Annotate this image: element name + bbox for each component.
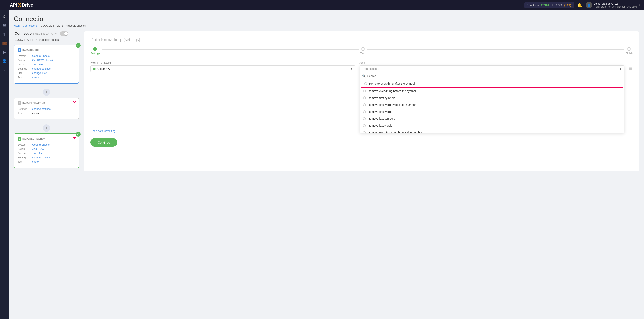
box2-settings[interactable]: change settings: [32, 107, 51, 110]
box1-system[interactable]: Google Sheets: [32, 54, 50, 58]
box3-system[interactable]: Google Sheets: [32, 143, 50, 146]
dropdown-items-list: Remove everything after the symbol Remov…: [360, 80, 624, 133]
dropdown-item-2[interactable]: Remove first symbols: [360, 94, 624, 102]
box1-access[interactable]: Tina User: [32, 63, 44, 66]
radio-icon-7: [363, 131, 366, 133]
plan-info: Plan | Start | left until payment 359 da…: [594, 5, 637, 8]
box1-action[interactable]: Get ROWS (new): [32, 59, 53, 62]
dropdown-item-label-7: Remove word from end by position number: [368, 131, 422, 133]
sidebar-item-home[interactable]: ⌂: [1, 12, 8, 20]
sidebar-item-projects[interactable]: 💼: [1, 40, 8, 47]
sidebar-item-billing[interactable]: $: [1, 30, 8, 38]
field-label: Field for formatting: [90, 61, 356, 64]
delete-formatting-button[interactable]: 🗑: [73, 100, 76, 104]
page-title: Connection: [14, 15, 639, 22]
sidebar-item-help[interactable]: ?: [1, 66, 8, 74]
field-select-icon: ⬤: [93, 68, 96, 70]
data-source-box: ✓ 1 DATA SOURCE SystemGoogle Sheets Acti…: [14, 44, 79, 84]
check-badge-1: ✓: [76, 43, 81, 48]
main-content: Connection Main / Connections / GOOGLE S…: [9, 10, 644, 319]
dropdown-item-7[interactable]: Remove word from end by position number: [360, 129, 624, 133]
action-header[interactable]: - not selected - ▲: [360, 66, 624, 72]
radio-icon-0: [364, 82, 367, 85]
dropdown-item-label-2: Remove first symbols: [368, 96, 395, 100]
box1-test[interactable]: check: [32, 76, 39, 79]
box2-num: 2: [18, 101, 21, 105]
sidebar-item-videos[interactable]: ▶: [1, 48, 8, 56]
dropdown-item-1[interactable]: Remove everything before the symbol: [360, 88, 624, 94]
dropdown-item-label-0: Remove everything after the symbol: [369, 82, 415, 85]
wizard-line-2: [367, 49, 624, 50]
data-destination-box: ✓ 🗑 3 DATA DESTINATION SystemGoogle Shee…: [14, 133, 79, 168]
sidebar-item-connections[interactable]: ⊞: [1, 22, 8, 29]
connection-title: Connection: [15, 32, 34, 36]
username: demo_apix-drive_s2: [594, 2, 637, 5]
settings-icon[interactable]: ⚙: [55, 32, 58, 35]
wizard-step-label-settings: Settings: [90, 52, 100, 55]
delete-col: 🗑: [628, 61, 632, 71]
user-menu[interactable]: 👤 demo_apix-drive_s2 Plan | Start | left…: [586, 2, 641, 8]
radio-icon-3: [363, 104, 366, 106]
search-input[interactable]: [367, 74, 622, 78]
radio-icon-6: [363, 124, 366, 127]
add-step-button-1[interactable]: +: [43, 88, 50, 96]
dropdown-item-0[interactable]: Remove everything after the symbol: [360, 80, 624, 88]
radio-icon-2: [363, 96, 366, 99]
box3-test[interactable]: check: [32, 160, 39, 163]
box1-filter[interactable]: change filter: [32, 72, 47, 74]
action-chevron-up-icon[interactable]: ▲: [619, 67, 622, 70]
hamburger-icon[interactable]: ☰: [3, 3, 6, 7]
box1-settings[interactable]: change settings: [32, 67, 51, 70]
box2-test: check: [32, 112, 39, 114]
sidebar-item-profile[interactable]: 👤: [1, 58, 8, 65]
radio-icon-1: [363, 90, 366, 92]
wizard-line-1: [102, 49, 359, 50]
box3-settings[interactable]: change settings: [32, 156, 51, 159]
box1-title: 1 DATA SOURCE: [18, 48, 75, 52]
dropdown-item-label-6: Remove last words: [368, 124, 392, 127]
wizard-step-label-finish: Finish: [626, 52, 632, 55]
box3-num: 3: [18, 137, 21, 141]
actions-separator: of: [551, 4, 553, 7]
sidebar: ⌂ ⊞ $ 💼 ▶ 👤 ?: [0, 10, 9, 319]
actions-pct: (50%): [564, 4, 571, 7]
dropdown-item-4[interactable]: Remove first words: [360, 108, 624, 115]
dropdown-item-label-3: Remove first word by position number: [368, 103, 416, 106]
box2-title: 2 DATA FORMATTING: [18, 101, 75, 105]
field-chevron-icon: ▼: [350, 68, 353, 70]
chevron-down-icon: ▼: [638, 4, 641, 6]
dropdown-item-3[interactable]: Remove first word by position number: [360, 102, 624, 108]
connection-id: (ID: 38910): [36, 32, 50, 35]
right-panel: Data formatting (settings) Settings Test: [84, 31, 639, 172]
dropdown-item-label-4: Remove first words: [368, 110, 392, 114]
dropdown-item-6[interactable]: Remove last words: [360, 122, 624, 129]
breadcrumb: Main / Connections / GOOGLE SHEETS -> (g…: [14, 24, 639, 27]
box3-access[interactable]: Tina User: [32, 152, 44, 155]
bell-icon[interactable]: 🔔: [577, 3, 582, 8]
box1-num: 1: [18, 48, 21, 52]
breadcrumb-connections[interactable]: Connections: [23, 24, 38, 27]
connection-toggle[interactable]: [60, 31, 68, 36]
dropdown-search-area: 🔍: [360, 72, 624, 80]
brand-logo: APIXDrive: [10, 2, 33, 8]
field-select[interactable]: ⬤ Column A ▼: [90, 65, 356, 72]
dropdown-item-5[interactable]: Remove last symbols: [360, 115, 624, 122]
add-step-button-2[interactable]: +: [43, 124, 50, 132]
wizard-step-finish: Finish: [626, 47, 632, 55]
connection-sub: GOOGLE SHEETS -> (google sheets): [14, 38, 79, 41]
delete-destination-button[interactable]: 🗑: [73, 136, 76, 140]
wizard-steps: Settings Test Finish: [90, 47, 632, 55]
breadcrumb-main[interactable]: Main: [14, 24, 20, 27]
continue-button[interactable]: Continue: [90, 138, 117, 146]
dropdown-item-label-1: Remove everything before the symbol: [368, 89, 416, 93]
wizard-step-settings: Settings: [90, 47, 100, 55]
data-formatting-box: 🗑 2 DATA FORMATTING Settingschange setti…: [14, 98, 79, 120]
panel-title: Data formatting (settings): [90, 37, 632, 42]
copy-icon[interactable]: ⧉: [51, 32, 53, 36]
delete-row-button[interactable]: 🗑: [628, 66, 632, 71]
form-row: Field for formatting ⬤ Column A ▼ Action: [90, 61, 632, 72]
box3-action[interactable]: Add ROW: [32, 148, 44, 150]
add-formatting-link[interactable]: + add data formatting: [90, 130, 116, 132]
dropdown-item-label-5: Remove last symbols: [368, 117, 395, 120]
actions-badge: ℹ Actions: 25'161 of 50'000 (50%): [524, 2, 574, 8]
